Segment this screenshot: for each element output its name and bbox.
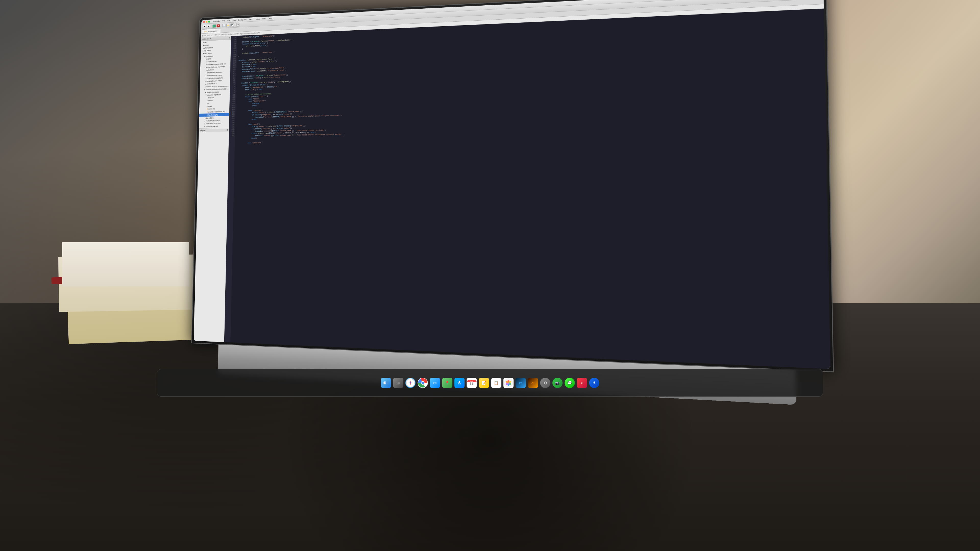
maximize-button[interactable] (208, 21, 210, 23)
svg-point-9 (422, 382, 424, 384)
book-top (62, 242, 189, 286)
tab-close-button[interactable]: × (218, 30, 218, 32)
dock-icon-maps[interactable]: 📍 (442, 378, 452, 388)
dock-icon-calendar[interactable]: JUL 14 (466, 378, 477, 388)
back-button[interactable]: ◄ (203, 25, 206, 28)
dock-icon-safari[interactable] (405, 378, 415, 388)
svg-point-2 (385, 381, 388, 384)
screen-content: Komodo File Edit Code Navigation View Pr… (194, 0, 830, 369)
dock-icon-chrome[interactable] (417, 378, 428, 388)
projects-settings-icon[interactable]: ⚙ (226, 129, 228, 131)
dock-icon-messages[interactable]: 💬 (565, 378, 575, 388)
menu-file[interactable]: File (222, 20, 224, 22)
file-tree-title: public_html ▼ (202, 38, 211, 40)
dock-icon-photos[interactable] (503, 378, 514, 388)
dock-icon-reminders[interactable]: 📋 (491, 378, 501, 388)
main-content: public_html ▼ ⚙ ▶ cert (194, 9, 830, 369)
traffic-lights (203, 21, 210, 23)
settings-button[interactable]: ⚙ (236, 23, 240, 26)
minimize-button[interactable] (206, 21, 207, 23)
dock-icon-launchpad[interactable]: ⊞ (393, 378, 403, 388)
tree-item-relative-img[interactable]: ▶ relative-image-urls (199, 124, 229, 128)
tab-filename: functions.php (208, 30, 217, 32)
run-button[interactable]: ▶ (212, 24, 216, 27)
menu-komodo[interactable]: Komodo (213, 20, 220, 22)
menu-code[interactable]: Code (232, 19, 236, 21)
komodo-ide: Komodo File Edit Code Navigation View Pr… (194, 0, 830, 369)
menu-project[interactable]: Project (255, 18, 260, 20)
projects-header[interactable]: Projects ⚙ (199, 129, 229, 132)
code-area: 9596979899 100101102103104 1051061071081… (224, 9, 830, 369)
dock: ⊞ ✉ 📍 A JUL 14 📝 📋 (157, 369, 823, 397)
new-file-button[interactable]: 📄 (222, 24, 226, 27)
menu-tools[interactable]: Tools (262, 17, 266, 20)
menu-view[interactable]: View (248, 18, 252, 21)
close-button[interactable] (203, 21, 205, 23)
menu-edit[interactable]: Edit (227, 19, 230, 22)
dock-icon-facetime[interactable]: 📷 (552, 378, 563, 388)
save-button[interactable]: 💾 (231, 23, 234, 27)
code-content[interactable]: include($view_path . 'header.php'); $fie… (231, 9, 830, 369)
dock-icon-appstore-2[interactable]: A (589, 378, 599, 388)
open-button[interactable]: 📁 (226, 24, 230, 27)
dock-icon-appstore-1[interactable]: A (454, 378, 465, 388)
menu-navigation[interactable]: Navigation (238, 19, 246, 21)
dock-icon-mail[interactable]: ✉ (430, 378, 440, 388)
laptop-screen-outer: Komodo File Edit Code Navigation View Pr… (191, 0, 834, 372)
dock-icon-illustrator[interactable]: Ai (528, 378, 538, 388)
dock-icon-itunes[interactable]: ♫ (577, 378, 587, 388)
code-editor[interactable]: 9596979899 100101102103104 1051061071081… (224, 9, 830, 369)
dock-icon-notes[interactable]: 📝 (479, 378, 489, 388)
toolbar-separator2 (221, 24, 221, 27)
menu-help[interactable]: Help (269, 17, 272, 20)
dock-icon-system-prefs[interactable]: ⚙ (540, 378, 550, 388)
dock-icon-finder[interactable] (381, 378, 391, 388)
dock-icon-photoshop[interactable]: Ps (515, 378, 526, 388)
stop-button[interactable]: ■ (216, 24, 220, 27)
laptop: Komodo File Edit Code Navigation View Pr… (190, 0, 834, 407)
toolbar-separator3 (235, 23, 235, 27)
forward-button[interactable]: ► (207, 24, 210, 28)
file-tree-settings[interactable]: ⚙ (228, 37, 230, 39)
